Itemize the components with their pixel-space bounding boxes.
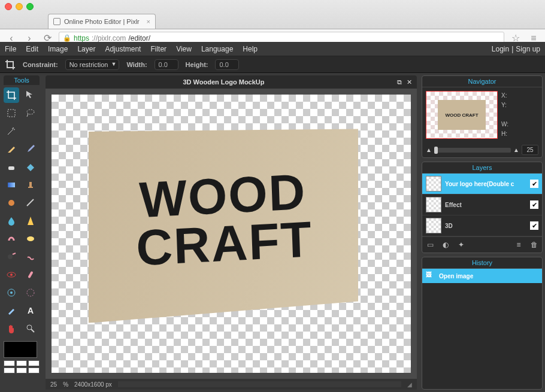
- layers-title: Layers: [422, 162, 542, 174]
- zoom-in-icon[interactable]: ▲: [513, 147, 519, 153]
- close-window-button[interactable]: [5, 3, 12, 10]
- width-input[interactable]: 0.0: [155, 59, 178, 70]
- tool-sharpen[interactable]: [23, 213, 38, 229]
- svg-rect-3: [8, 183, 15, 187]
- tool-spot-heal[interactable]: [23, 267, 38, 282]
- menu-filter[interactable]: Filter: [150, 45, 166, 53]
- popout-icon[interactable]: ⧉: [397, 78, 402, 86]
- menu-file[interactable]: File: [5, 45, 16, 53]
- tool-red-eye[interactable]: [4, 267, 19, 282]
- tool-empty: [23, 123, 38, 139]
- tool-blur[interactable]: [4, 213, 19, 229]
- tool-eraser[interactable]: [4, 159, 19, 175]
- layer-settings-icon[interactable]: ≡: [513, 239, 524, 250]
- color-swatches[interactable]: [4, 360, 40, 373]
- tool-marquee[interactable]: [4, 105, 19, 121]
- minimize-window-button[interactable]: [16, 3, 23, 10]
- tab-title: Online Photo Editor | Pixlr: [64, 18, 140, 25]
- menu-view[interactable]: View: [176, 45, 192, 53]
- tool-clone-stamp[interactable]: [23, 177, 38, 193]
- login-link[interactable]: Login: [492, 45, 509, 53]
- layer-name: 3D: [445, 223, 526, 229]
- menu-image[interactable]: Image: [48, 45, 68, 53]
- url-domain: ://pixlr.com: [92, 34, 126, 42]
- right-panels: Navigator WOOD CRAFT X: Y: W: H: ▲: [419, 73, 545, 392]
- layer-visibility-checkbox[interactable]: ✔: [530, 200, 538, 209]
- menu-edit[interactable]: Edit: [26, 45, 38, 53]
- canvas-viewport[interactable]: WOODCRAFT: [46, 89, 417, 379]
- svg-point-6: [8, 254, 13, 259]
- foreground-color-swatch[interactable]: [4, 341, 37, 358]
- history-item[interactable]: 🖼Open image: [422, 269, 542, 283]
- height-input[interactable]: 0.0: [215, 59, 239, 70]
- tool-paint-bucket[interactable]: [23, 159, 38, 175]
- options-toolbar: Constraint: No restriction ▼ Width: 0.0 …: [0, 56, 545, 73]
- history-title: History: [422, 257, 542, 269]
- tool-hand[interactable]: [4, 321, 19, 336]
- pixlr-app: File Edit Image Layer Adjustment Filter …: [0, 42, 545, 392]
- tool-lasso[interactable]: [23, 105, 38, 121]
- signup-link[interactable]: Sign up: [516, 45, 540, 53]
- tool-color-replace[interactable]: [4, 195, 19, 211]
- tool-wand[interactable]: [4, 123, 19, 139]
- zoom-value[interactable]: 25: [522, 145, 538, 155]
- navigator-thumbnail[interactable]: WOOD CRAFT: [426, 91, 498, 139]
- tool-brush[interactable]: [23, 141, 38, 157]
- layer-thumb: [426, 218, 441, 233]
- layer-row[interactable]: Your logo here(Double c✔: [422, 174, 542, 195]
- tool-burn[interactable]: [23, 249, 38, 265]
- tool-sponge[interactable]: [23, 231, 38, 247]
- tool-dodge[interactable]: [4, 249, 19, 265]
- new-layer-icon[interactable]: ▭: [425, 239, 435, 250]
- zoom-percent: 25: [50, 381, 57, 388]
- navigator-title: Navigator: [422, 76, 542, 87]
- favicon-icon: [53, 18, 60, 25]
- divider: |: [511, 45, 513, 53]
- tool-crop[interactable]: [4, 87, 19, 103]
- browser-tab[interactable]: Online Photo Editor | Pixlr ×: [48, 14, 156, 29]
- menu-help[interactable]: Help: [243, 45, 258, 53]
- tool-draw[interactable]: [23, 195, 38, 211]
- tool-bloat[interactable]: [4, 285, 19, 300]
- layer-name: Your logo here(Double c: [445, 181, 526, 187]
- layer-visibility-checkbox[interactable]: ✔: [530, 221, 538, 230]
- layer-mask-icon[interactable]: ◐: [440, 239, 451, 250]
- tool-move[interactable]: [23, 87, 38, 103]
- resize-handle-icon[interactable]: ◢: [407, 381, 412, 388]
- layer-row[interactable]: 3D✔: [422, 215, 542, 236]
- url-scheme: https: [74, 34, 89, 42]
- width-label: Width:: [126, 61, 147, 68]
- maximize-window-button[interactable]: [26, 3, 34, 10]
- zoom-percent-symbol: %: [63, 381, 68, 388]
- tools-panel-title: Tools: [4, 75, 40, 85]
- layer-name: Effect: [445, 202, 526, 208]
- tool-gradient[interactable]: [4, 177, 19, 193]
- svg-point-1: [27, 110, 34, 114]
- tool-type[interactable]: A: [23, 303, 38, 318]
- tool-pencil[interactable]: [4, 141, 19, 157]
- svg-point-14: [27, 325, 32, 330]
- close-document-icon[interactable]: ✕: [407, 78, 412, 86]
- tool-smudge[interactable]: [4, 231, 19, 247]
- layer-visibility-checkbox[interactable]: ✔: [530, 180, 538, 188]
- navigator-panel: Navigator WOOD CRAFT X: Y: W: H: ▲: [422, 75, 543, 158]
- window-titlebar: [0, 0, 545, 13]
- constraint-select[interactable]: No restriction ▼: [65, 59, 120, 70]
- zoom-slider[interactable]: [434, 148, 511, 153]
- constraint-label: Constraint:: [23, 61, 58, 68]
- close-tab-icon[interactable]: ×: [147, 18, 150, 25]
- menu-layer[interactable]: Layer: [77, 45, 95, 53]
- horizontal-scrollbar[interactable]: [118, 381, 401, 387]
- tool-pinch[interactable]: [23, 285, 38, 300]
- wood-sign: WOODCRAFT: [89, 117, 358, 323]
- layer-styles-icon[interactable]: ✦: [456, 239, 467, 250]
- delete-layer-icon[interactable]: 🗑: [529, 239, 540, 250]
- svg-rect-2: [8, 166, 14, 170]
- height-label: Height:: [186, 61, 208, 68]
- tool-color-picker[interactable]: [4, 303, 19, 318]
- layer-row[interactable]: Effect✔: [422, 195, 542, 215]
- tool-zoom[interactable]: [23, 321, 38, 336]
- menu-language[interactable]: Language: [201, 45, 233, 53]
- zoom-out-icon[interactable]: ▲: [426, 147, 432, 153]
- menu-adjustment[interactable]: Adjustment: [105, 45, 141, 53]
